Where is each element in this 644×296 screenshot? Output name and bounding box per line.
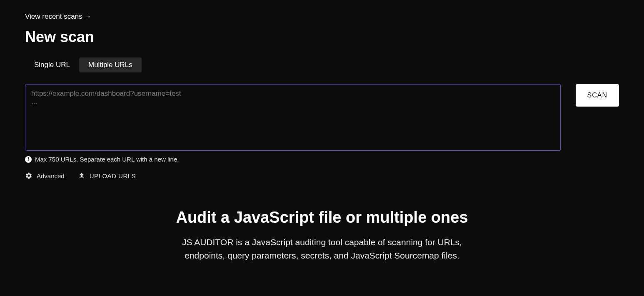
urls-textarea[interactable] [25, 84, 561, 151]
upload-label: UPLOAD URLS [90, 172, 136, 179]
hint-text: Max 750 URLs. Separate each URL with a n… [35, 156, 179, 163]
advanced-label: Advanced [37, 172, 65, 179]
hero-title: Audit a JavaScript file or multiple ones [25, 209, 619, 226]
action-row: Advanced UPLOAD URLS [25, 172, 619, 179]
hero-section: Audit a JavaScript file or multiple ones… [25, 209, 619, 262]
scan-mode-tabs: Single URL Multiple URLs [25, 57, 619, 72]
info-icon: i [25, 156, 32, 163]
view-recent-scans-link[interactable]: View recent scans → [25, 12, 91, 21]
hero-description: JS AUDITOR is a JavaScript auditing tool… [164, 236, 480, 262]
advanced-button[interactable]: Advanced [25, 172, 65, 179]
tab-multiple-urls[interactable]: Multiple URLs [79, 57, 142, 72]
hint-row: i Max 750 URLs. Separate each URL with a… [25, 156, 619, 163]
gear-icon [25, 172, 32, 179]
tab-single-url[interactable]: Single URL [25, 57, 79, 72]
page-title: New scan [25, 28, 619, 46]
scan-input-row: SCAN [25, 84, 619, 151]
upload-urls-button[interactable]: UPLOAD URLS [78, 172, 136, 179]
scan-button[interactable]: SCAN [576, 84, 619, 107]
upload-icon [78, 172, 85, 179]
